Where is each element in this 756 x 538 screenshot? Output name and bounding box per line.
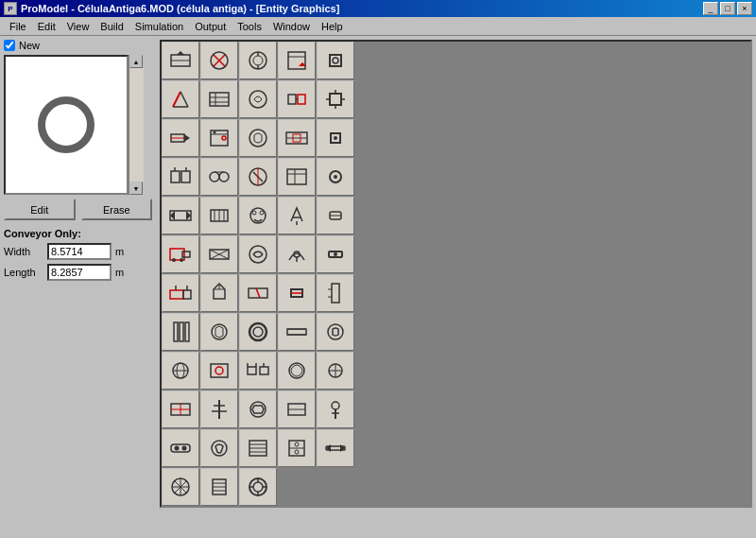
- icon-cell-30[interactable]: [162, 274, 199, 312]
- svg-line-16: [180, 92, 188, 107]
- icon-cell-50[interactable]: [162, 429, 199, 467]
- erase-button[interactable]: Erase: [81, 199, 153, 220]
- icon-cell-48[interactable]: [278, 390, 316, 428]
- icon-cell-54[interactable]: [317, 429, 354, 467]
- icon-cell-10[interactable]: [162, 119, 199, 157]
- button-row: Edit Erase: [4, 199, 152, 220]
- left-panel: New ▲ ▼ Edit Erase Conveyor Only: Width: [0, 36, 156, 538]
- svg-rect-13: [330, 55, 341, 66]
- menu-build[interactable]: Build: [94, 19, 129, 34]
- icon-cell-34[interactable]: [317, 274, 354, 312]
- svg-point-132: [332, 402, 339, 409]
- icon-cell-0[interactable]: [162, 42, 199, 79]
- svg-rect-114: [248, 367, 256, 374]
- minimize-btn[interactable]: _: [703, 2, 718, 15]
- icon-cell-38[interactable]: [278, 313, 316, 351]
- icon-cell-37[interactable]: [239, 313, 277, 351]
- svg-point-58: [334, 175, 337, 179]
- menu-help[interactable]: Help: [316, 19, 349, 34]
- icon-cell-21[interactable]: [200, 197, 238, 234]
- icon-cell-49[interactable]: [317, 390, 354, 428]
- svg-marker-149: [340, 444, 345, 452]
- icon-cell-6[interactable]: [200, 80, 238, 118]
- icon-cell-12[interactable]: [239, 119, 277, 157]
- icon-cell-22[interactable]: [239, 197, 277, 234]
- width-input[interactable]: [47, 243, 112, 260]
- icon-cell-13[interactable]: [278, 119, 316, 157]
- icon-cell-31[interactable]: [200, 274, 238, 312]
- icon-cell-51[interactable]: [200, 429, 238, 467]
- icon-cell-16[interactable]: [200, 158, 238, 196]
- svg-point-113: [215, 367, 223, 374]
- title-controls[interactable]: _ □ ×: [703, 2, 752, 15]
- menu-tools[interactable]: Tools: [232, 19, 267, 34]
- icon-cell-8[interactable]: [278, 80, 316, 118]
- icon-cell-27[interactable]: [239, 235, 277, 273]
- icon-cell-14[interactable]: [317, 119, 354, 157]
- svg-rect-54: [287, 169, 306, 184]
- svg-point-146: [295, 450, 299, 454]
- svg-marker-2: [177, 51, 184, 55]
- icon-cell-25[interactable]: [162, 235, 199, 273]
- menu-view[interactable]: View: [61, 19, 95, 34]
- svg-rect-26: [330, 94, 341, 105]
- main-content: New ▲ ▼ Edit Erase Conveyor Only: Width: [0, 36, 756, 538]
- icon-cell-19[interactable]: [317, 158, 354, 196]
- icon-cell-23[interactable]: [278, 197, 316, 234]
- svg-rect-45: [181, 171, 190, 182]
- icon-cell-40[interactable]: [162, 352, 199, 390]
- menu-file[interactable]: File: [4, 19, 32, 34]
- icon-cell-45[interactable]: [162, 390, 199, 428]
- width-unit: m: [115, 246, 124, 257]
- icon-cell-17[interactable]: [239, 158, 277, 196]
- maximize-btn[interactable]: □: [720, 2, 735, 15]
- icon-cell-28[interactable]: [278, 235, 316, 273]
- icon-cell-36[interactable]: [200, 313, 238, 351]
- menu-window[interactable]: Window: [267, 19, 316, 34]
- menu-edit[interactable]: Edit: [32, 19, 61, 34]
- menu-bar: File Edit View Build Simulation Output T…: [0, 17, 756, 36]
- edit-button[interactable]: Edit: [4, 199, 76, 220]
- icon-cell-53[interactable]: [278, 429, 316, 467]
- icon-cell-44[interactable]: [317, 352, 354, 390]
- icon-cell-3[interactable]: [278, 42, 316, 79]
- menu-output[interactable]: Output: [189, 19, 232, 34]
- icon-cell-47[interactable]: [239, 390, 277, 428]
- icon-cell-52[interactable]: [239, 429, 277, 467]
- icon-cell-11[interactable]: [200, 119, 238, 157]
- icon-cell-26[interactable]: [200, 235, 238, 273]
- icon-cell-18[interactable]: [278, 158, 316, 196]
- icon-cell-55[interactable]: [162, 468, 199, 506]
- icon-cell-24[interactable]: [317, 197, 354, 234]
- svg-line-93: [256, 288, 260, 298]
- icon-cell-35[interactable]: [162, 313, 199, 351]
- menu-simulation[interactable]: Simulation: [129, 19, 189, 34]
- new-checkbox[interactable]: [4, 40, 15, 51]
- icon-cell-7[interactable]: [239, 80, 277, 118]
- icon-cell-57[interactable]: [239, 468, 277, 506]
- length-input[interactable]: [47, 264, 112, 281]
- icon-cell-32[interactable]: [239, 274, 277, 312]
- preview-scrollbar[interactable]: ▲ ▼: [129, 55, 144, 195]
- icon-cell-20[interactable]: [162, 197, 199, 234]
- scroll-up-btn[interactable]: ▲: [129, 55, 143, 68]
- icon-cell-1[interactable]: [200, 42, 238, 79]
- icon-cell-43[interactable]: [278, 352, 316, 390]
- icon-cell-56[interactable]: [200, 468, 238, 506]
- icon-cell-46[interactable]: [200, 390, 238, 428]
- icon-cell-5[interactable]: [162, 80, 199, 118]
- svg-rect-87: [183, 290, 191, 299]
- icon-cell-9[interactable]: [317, 80, 354, 118]
- icon-cell-33[interactable]: [278, 274, 316, 312]
- icon-cell-41[interactable]: [200, 352, 238, 390]
- icon-cell-4[interactable]: [317, 42, 354, 79]
- icon-cell-2[interactable]: [239, 42, 277, 79]
- svg-point-76: [180, 258, 183, 262]
- close-btn[interactable]: ×: [737, 2, 752, 15]
- icon-cell-42[interactable]: [239, 352, 277, 390]
- conveyor-section: Conveyor Only: Width m Length m: [4, 228, 152, 285]
- icon-cell-39[interactable]: [317, 313, 354, 351]
- scroll-down-btn[interactable]: ▼: [129, 182, 143, 195]
- icon-cell-29[interactable]: [317, 235, 354, 273]
- icon-cell-15[interactable]: [162, 158, 199, 196]
